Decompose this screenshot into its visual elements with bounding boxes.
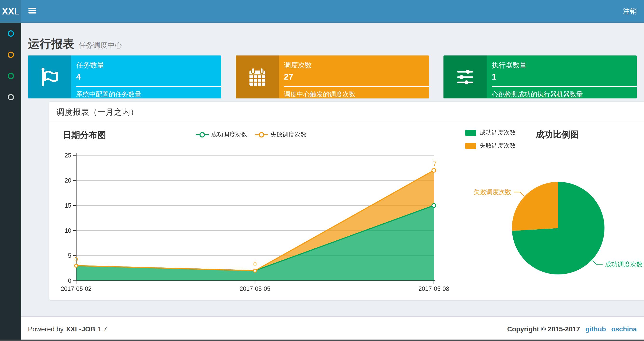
page-title: 运行报表 [28,36,74,52]
legend-item[interactable]: 成功调度次数 [196,131,247,139]
hamburger-icon [28,8,36,9]
progress-track [76,86,221,87]
svg-text:10: 10 [64,227,71,234]
pie-legend-swatch-icon [465,143,476,149]
product-name: XXL-JOB [66,325,95,333]
circle-icon [8,94,14,100]
content-header: 运行报表 任务调度中心 [21,23,644,55]
info-box-description: 心跳检测成功的执行器机器数量 [492,90,637,98]
svg-text:0: 0 [68,277,71,284]
info-box-description: 系统中配置的任务数量 [76,90,221,98]
report-panel: 调度报表（一月之内） 05101520252017-05-022017-05-0… [49,101,644,300]
sidebar-toggle-button[interactable] [28,8,36,14]
logout-button[interactable]: 注销 [623,0,637,23]
progress-bar [492,86,637,87]
sidebar-item-3[interactable] [0,86,21,108]
line-legend-marker-icon [196,132,209,138]
page-subtitle: 任务调度中心 [78,41,122,50]
svg-text:25: 25 [64,152,71,159]
circle-icon [8,30,14,37]
legend-item[interactable]: 失败调度次数 [465,142,516,150]
info-box-label: 执行器数量 [492,61,637,70]
legend-item[interactable]: 成功调度次数 [465,129,516,137]
progress-bar [284,86,429,87]
sliders-icon [444,56,487,98]
legend-item[interactable]: 失败调度次数 [255,131,306,139]
info-box-value: 27 [284,72,429,82]
circle-icon [8,73,14,79]
svg-text:失败调度次数: 失败调度次数 [474,188,511,196]
circle-icon [8,51,14,58]
info-box-value: 1 [492,72,637,82]
svg-text:7: 7 [433,160,436,167]
legend-label: 成功调度次数 [480,129,516,137]
sidebar-nav [0,23,21,341]
logo-light-text: L [14,6,19,17]
progress-track [492,86,637,87]
logo-bold-text: XX [2,6,14,17]
info-box-label: 任务数量 [76,61,221,70]
sidebar-item-0[interactable] [0,23,21,44]
svg-text:20: 20 [64,177,71,184]
pie-chart-legend: 成功调度次数失败调度次数 [465,129,516,150]
sidebar-item-1[interactable] [0,44,21,65]
copyright-text: Copyright © 2015-2017 [507,325,580,333]
main-footer: Powered by XXL-JOB 1.7 Copyright © 2015-… [21,316,644,341]
svg-text:2017-05-05: 2017-05-05 [240,285,270,292]
main-content: 运行报表 任务调度中心 任务数量 4 [21,23,644,316]
info-box-label: 调度次数 [284,61,429,70]
line-chart-legend: 成功调度次数失败调度次数 [196,131,306,139]
svg-text:0: 0 [74,256,78,263]
calendar-icon [236,56,279,98]
xxl-job-dashboard: XXL 注销 运行报表 任务调度中心 [0,0,644,341]
screen-bottom-edge [0,339,644,341]
oschina-link[interactable]: oschina [611,325,637,333]
progress-bar [76,86,221,87]
top-navbar: XXL 注销 [0,0,644,23]
svg-text:成功调度次数: 成功调度次数 [605,261,643,268]
line-legend-marker-icon [255,132,268,138]
github-link[interactable]: github [586,325,606,333]
svg-text:15: 15 [64,202,71,209]
info-box-jobs: 任务数量 4 系统中配置的任务数量 [28,56,221,98]
legend-label: 失败调度次数 [480,142,516,150]
info-box-executors: 执行器数量 1 心跳检测成功的执行器机器数量 [444,56,637,98]
app-logo[interactable]: XXL [0,0,21,23]
legend-label: 成功调度次数 [211,131,247,139]
info-box-row: 任务数量 4 系统中配置的任务数量 [21,56,644,98]
powered-by-text: Powered by [28,325,64,333]
flag-icon [28,56,71,98]
svg-text:0: 0 [253,260,257,268]
legend-label: 失败调度次数 [270,131,306,139]
line-chart-title: 日期分布图 [63,129,106,141]
svg-text:5: 5 [68,252,71,259]
svg-text:2017-05-08: 2017-05-08 [418,285,449,292]
pie-legend-swatch-icon [465,130,476,136]
product-version: 1.7 [98,325,107,333]
svg-text:2017-05-02: 2017-05-02 [61,285,92,292]
info-box-triggers: 调度次数 27 调度中心触发的调度次数 [236,56,429,98]
progress-track [284,86,429,87]
info-box-description: 调度中心触发的调度次数 [284,90,429,98]
info-box-value: 4 [76,72,221,82]
sidebar-item-2[interactable] [0,65,21,86]
pie-chart-title: 成功比例图 [536,129,579,140]
